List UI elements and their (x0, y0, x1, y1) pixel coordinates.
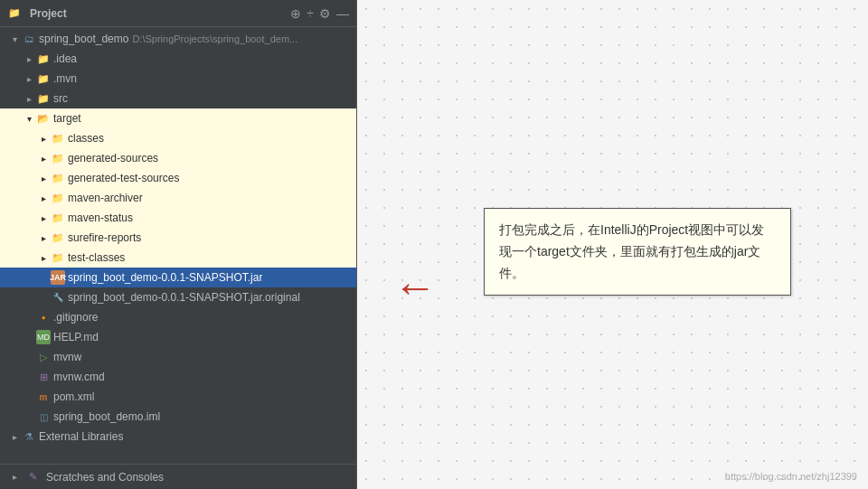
external-icon: ⚗ (22, 429, 36, 444)
jar-original-icon: 🔧 (51, 290, 65, 305)
mvnw-icon: ▷ (36, 350, 51, 364)
iml-icon: ◫ (36, 409, 51, 424)
tree-item-jar[interactable]: JAR spring_boot_demo-0.0.1-SNAPSHOT.jar (0, 268, 356, 287)
tree-item-iml[interactable]: ◫ spring_boot_demo.iml (0, 407, 356, 427)
classes-label: classes (68, 132, 104, 145)
mvn-arrow (22, 71, 36, 86)
mvn-folder-icon: 📁 (36, 71, 51, 86)
content-area: ← 打包完成之后，在IntelliJ的Project视图中可以发现一个targe… (357, 0, 868, 489)
mvnw-cmd-icon: ⊞ (36, 370, 51, 384)
tree-item-surefire[interactable]: 📁 surefire-reports (0, 228, 356, 248)
tree-item-jar-original[interactable]: 🔧 spring_boot_demo-0.0.1-SNAPSHOT.jar.or… (0, 287, 356, 307)
scratches-row[interactable]: ✎ Scratches and Consoles (0, 464, 356, 489)
tree-item-mvnw[interactable]: ▷ mvnw (0, 347, 356, 367)
mvnw-cmd-label: mvnw.cmd (53, 371, 105, 383)
tree-item-gen-test-sources[interactable]: 📁 generated-test-sources (0, 168, 356, 188)
gen-test-sources-label: generated-test-sources (68, 172, 179, 184)
tree-item-gen-sources[interactable]: 📁 generated-sources (0, 148, 356, 168)
gen-test-sources-icon: 📁 (51, 171, 65, 185)
tree-item-classes[interactable]: 📁 classes (0, 128, 356, 148)
test-classes-arrow (36, 250, 51, 265)
panel-header: 📁 Project ⊕ ÷ ⚙ — (0, 0, 356, 27)
src-arrow (22, 91, 36, 106)
settings-icon[interactable]: ⚙ (319, 6, 331, 21)
tree-item-gitignore[interactable]: 🔸 .gitignore (0, 307, 356, 327)
external-label: External Libraries (39, 430, 123, 443)
jar-icon: JAR (51, 270, 65, 285)
minimize-icon[interactable]: — (336, 6, 349, 21)
tree-item-maven-archiver[interactable]: 📁 maven-archiver (0, 188, 356, 208)
tree-item-test-classes[interactable]: 📁 test-classes (0, 248, 356, 268)
root-label: spring_boot_demo (39, 33, 128, 45)
iml-label: spring_boot_demo.iml (53, 410, 160, 423)
gen-test-sources-arrow (36, 171, 51, 185)
maven-status-arrow (36, 211, 51, 225)
maven-status-label: maven-status (68, 212, 133, 224)
tree-item-help[interactable]: MD HELP.md (0, 327, 356, 347)
target-label: target (53, 112, 81, 125)
classes-icon: 📁 (51, 131, 65, 146)
external-arrow (7, 429, 22, 444)
maven-archiver-icon: 📁 (51, 191, 65, 205)
mvnw-label: mvnw (53, 351, 81, 363)
root-path: D:\SpringProjects\spring_boot_dem... (132, 33, 297, 44)
tree-item-external[interactable]: ⚗ External Libraries (0, 427, 356, 447)
annotation-box: 打包完成之后，在IntelliJ的Project视图中可以发现一个target文… (484, 208, 791, 296)
annotation-text: 打包完成之后，在IntelliJ的Project视图中可以发现一个target文… (499, 222, 764, 280)
iml-arrow (22, 409, 36, 424)
maven-archiver-label: maven-archiver (68, 192, 143, 204)
gitignore-label: .gitignore (53, 311, 98, 324)
src-label: src (53, 92, 68, 105)
tree-item-mvn[interactable]: 📁 .mvn (0, 69, 356, 89)
mvnw-cmd-arrow (22, 370, 36, 384)
root-arrow (7, 32, 22, 46)
idea-label: .idea (53, 52, 77, 65)
gitignore-icon: 🔸 (36, 310, 51, 324)
sync-icon[interactable]: ⊕ (290, 6, 301, 21)
mvnw-arrow (22, 350, 36, 364)
target-folder-icon: 📂 (36, 111, 51, 126)
file-tree: 🗂 spring_boot_demo D:\SpringProjects\spr… (0, 27, 356, 464)
help-arrow (22, 330, 36, 344)
jar-arrow (36, 270, 51, 285)
jar-original-label: spring_boot_demo-0.0.1-SNAPSHOT.jar.orig… (68, 291, 300, 304)
gen-sources-icon: 📁 (51, 151, 65, 165)
pom-icon: m (36, 390, 51, 404)
tree-root[interactable]: 🗂 spring_boot_demo D:\SpringProjects\spr… (0, 29, 356, 49)
gen-sources-arrow (36, 151, 51, 165)
mvn-label: .mvn (53, 72, 77, 85)
tree-item-target[interactable]: 📂 target (0, 108, 356, 128)
watermark-text: https://blog.csdn.net/zhj12399 (725, 471, 857, 482)
tree-item-src[interactable]: 📁 src (0, 89, 356, 108)
scratches-icon: ✎ (25, 470, 40, 484)
test-classes-label: test-classes (68, 251, 125, 264)
surefire-label: surefire-reports (68, 231, 141, 244)
gitignore-arrow (22, 310, 36, 324)
root-folder-icon: 🗂 (22, 32, 36, 46)
gen-sources-label: generated-sources (68, 152, 158, 165)
annotation-arrow: ← (393, 269, 466, 306)
tree-item-idea[interactable]: 📁 .idea (0, 49, 356, 69)
watermark: https://blog.csdn.net/zhj12399 (725, 471, 857, 482)
split-icon[interactable]: ÷ (307, 6, 314, 21)
panel-icon: 📁 (7, 6, 22, 21)
target-arrow (22, 111, 36, 126)
tree-item-mvnw-cmd[interactable]: ⊞ mvnw.cmd (0, 367, 356, 387)
pom-label: pom.xml (53, 390, 94, 403)
pom-arrow (22, 390, 36, 404)
src-folder-icon: 📁 (36, 91, 51, 106)
scratches-label: Scratches and Consoles (46, 471, 164, 484)
arrow-shape: ← (393, 266, 437, 309)
maven-status-icon: 📁 (51, 211, 65, 225)
tree-item-pom[interactable]: m pom.xml (0, 387, 356, 407)
tree-item-maven-status[interactable]: 📁 maven-status (0, 208, 356, 228)
project-panel: 📁 Project ⊕ ÷ ⚙ — 🗂 spring_boot_demo D:\… (0, 0, 357, 489)
surefire-icon: 📁 (51, 230, 65, 245)
maven-archiver-arrow (36, 191, 51, 205)
jar-original-arrow (36, 290, 51, 305)
idea-arrow (22, 52, 36, 66)
idea-folder-icon: 📁 (36, 52, 51, 66)
jar-label: spring_boot_demo-0.0.1-SNAPSHOT.jar (68, 271, 262, 284)
help-label: HELP.md (53, 331, 99, 343)
test-classes-icon: 📁 (51, 250, 65, 265)
